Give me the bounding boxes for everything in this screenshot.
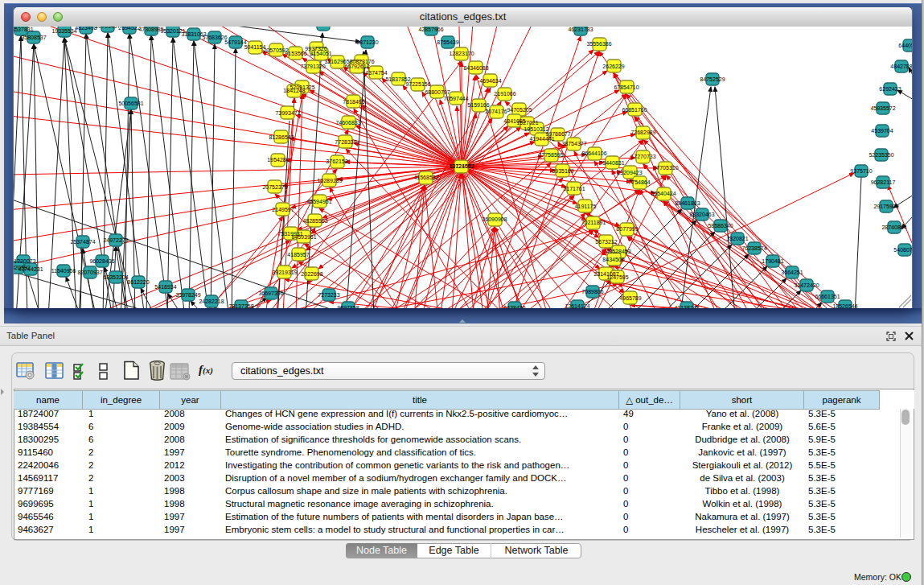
svg-text:36697396: 36697396 bbox=[258, 290, 283, 296]
svg-text:57683626: 57683626 bbox=[202, 35, 227, 40]
svg-text:70211891: 70211891 bbox=[581, 220, 606, 225]
svg-text:58537831: 58537831 bbox=[14, 27, 34, 32]
svg-text:43744231: 43744231 bbox=[18, 266, 43, 272]
svg-text:6440561: 6440561 bbox=[898, 43, 912, 48]
svg-text:17270733: 17270733 bbox=[630, 154, 655, 159]
svg-text:66851760: 66851760 bbox=[622, 107, 647, 113]
svg-text:5159166: 5159166 bbox=[467, 102, 489, 108]
svg-text:86644106: 86644106 bbox=[581, 150, 606, 156]
svg-text:3154051: 3154051 bbox=[310, 51, 331, 56]
svg-text:61220073: 61220073 bbox=[14, 258, 36, 264]
svg-text:46231783: 46231783 bbox=[568, 27, 593, 32]
svg-text:4842788: 4842788 bbox=[890, 64, 912, 69]
svg-text:7089806: 7089806 bbox=[581, 289, 603, 295]
svg-text:42857966: 42857966 bbox=[418, 27, 443, 32]
svg-text:70597444: 70597444 bbox=[443, 96, 468, 101]
svg-text:82070937: 82070937 bbox=[77, 270, 102, 275]
svg-text:24972279: 24972279 bbox=[103, 237, 128, 243]
svg-text:8077999: 8077999 bbox=[616, 226, 638, 232]
svg-text:5171761: 5171761 bbox=[563, 186, 585, 192]
svg-text:88461803: 88461803 bbox=[675, 200, 700, 206]
svg-text:11540956: 11540956 bbox=[51, 268, 76, 274]
svg-text:35556386: 35556386 bbox=[586, 41, 611, 47]
svg-text:18526544: 18526544 bbox=[832, 303, 857, 308]
svg-text:73440831: 73440831 bbox=[599, 160, 624, 166]
svg-text:24282218: 24282218 bbox=[199, 299, 224, 304]
svg-text:88320463: 88320463 bbox=[689, 212, 714, 217]
svg-text:8612220: 8612220 bbox=[127, 279, 149, 285]
svg-text:4965789: 4965789 bbox=[619, 295, 641, 301]
svg-text:84752529: 84752529 bbox=[700, 76, 725, 82]
svg-text:9153566: 9153566 bbox=[285, 51, 306, 56]
svg-text:5408072: 5408072 bbox=[893, 247, 912, 253]
svg-text:74606833: 74606833 bbox=[335, 120, 360, 126]
svg-text:38754377: 38754377 bbox=[561, 141, 586, 146]
svg-text:3871230: 3871230 bbox=[356, 39, 378, 45]
svg-text:3320821: 3320821 bbox=[726, 236, 748, 241]
svg-text:25374874: 25374874 bbox=[70, 239, 95, 245]
svg-text:1841248: 1841248 bbox=[283, 88, 305, 93]
svg-text:5479144: 5479144 bbox=[224, 39, 246, 45]
svg-text:81286543: 81286543 bbox=[269, 134, 294, 140]
svg-text:26090908: 26090908 bbox=[482, 216, 507, 222]
svg-text:97225156: 97225156 bbox=[405, 81, 430, 87]
svg-text:96028436: 96028436 bbox=[89, 258, 114, 264]
svg-text:5673212: 5673212 bbox=[595, 239, 617, 245]
svg-text:20752378: 20752378 bbox=[262, 184, 287, 190]
svg-text:73791320: 73791320 bbox=[300, 64, 325, 69]
svg-text:12823170: 12823170 bbox=[449, 51, 474, 56]
svg-text:12614124: 12614124 bbox=[565, 303, 589, 308]
svg-text:84346088: 84346088 bbox=[463, 65, 488, 71]
svg-text:41568532: 41568532 bbox=[413, 175, 438, 180]
svg-text:6438436: 6438436 bbox=[503, 305, 525, 308]
svg-text:97705310: 97705310 bbox=[653, 165, 678, 171]
svg-text:75319931: 75319931 bbox=[277, 231, 302, 237]
svg-text:27758595: 27758595 bbox=[538, 152, 563, 158]
svg-text:4694634: 4694634 bbox=[479, 78, 501, 84]
svg-text:19335534: 19335534 bbox=[51, 28, 76, 34]
svg-text:41944441: 41944441 bbox=[529, 136, 554, 142]
svg-text:7818496: 7818496 bbox=[343, 99, 364, 105]
svg-text:4374754: 4374754 bbox=[365, 70, 387, 76]
svg-text:4191175: 4191175 bbox=[575, 204, 597, 209]
svg-text:96977837: 96977837 bbox=[310, 27, 335, 27]
svg-text:10289289: 10289289 bbox=[317, 178, 342, 183]
svg-text:43528453: 43528453 bbox=[606, 249, 630, 254]
svg-text:4185957: 4185957 bbox=[287, 252, 309, 257]
svg-text:42138745: 42138745 bbox=[674, 305, 699, 308]
svg-text:7728339: 7728339 bbox=[335, 139, 356, 145]
svg-text:9375710: 9375710 bbox=[850, 168, 872, 174]
svg-text:29175900: 29175900 bbox=[873, 204, 898, 209]
svg-text:76238574: 76238574 bbox=[741, 245, 766, 251]
svg-text:68800797: 68800797 bbox=[425, 89, 450, 95]
svg-text:35808537: 35808537 bbox=[21, 35, 46, 40]
svg-text:20709497: 20709497 bbox=[95, 27, 120, 29]
svg-text:72682989: 72682989 bbox=[630, 130, 655, 135]
svg-text:8755439: 8755439 bbox=[437, 39, 458, 45]
svg-text:66661351: 66661351 bbox=[815, 294, 840, 299]
svg-text:39219319: 39219319 bbox=[272, 270, 297, 275]
svg-text:7754864: 7754864 bbox=[628, 179, 650, 185]
svg-text:1790481: 1790481 bbox=[762, 258, 783, 264]
svg-text:2626229: 2626229 bbox=[602, 64, 624, 69]
svg-text:99788677: 99788677 bbox=[545, 131, 570, 137]
svg-text:2149597: 2149597 bbox=[272, 207, 294, 212]
svg-text:45935572: 45935572 bbox=[870, 105, 895, 111]
svg-text:73993471: 73993471 bbox=[275, 110, 300, 116]
svg-text:55540424: 55540424 bbox=[651, 191, 676, 196]
svg-text:45594951: 45594951 bbox=[306, 199, 331, 204]
svg-text:23209423: 23209423 bbox=[617, 170, 642, 175]
svg-text:4539704: 4539704 bbox=[871, 128, 893, 134]
svg-text:2022698: 2022698 bbox=[301, 271, 322, 277]
svg-text:52235350: 52235350 bbox=[869, 152, 893, 158]
svg-text:31472420: 31472420 bbox=[794, 282, 819, 288]
svg-text:1527021: 1527021 bbox=[516, 120, 538, 126]
svg-text:68353204: 68353204 bbox=[103, 274, 128, 280]
svg-text:2694522: 2694522 bbox=[118, 27, 140, 31]
svg-text:2191066: 2191066 bbox=[494, 91, 515, 97]
svg-text:7273233: 7273233 bbox=[318, 292, 339, 298]
svg-text:67854710: 67854710 bbox=[614, 84, 639, 90]
svg-text:28740864: 28740864 bbox=[881, 225, 906, 230]
svg-text:78137358: 78137358 bbox=[228, 303, 253, 308]
svg-text:5418934: 5418934 bbox=[154, 284, 176, 290]
